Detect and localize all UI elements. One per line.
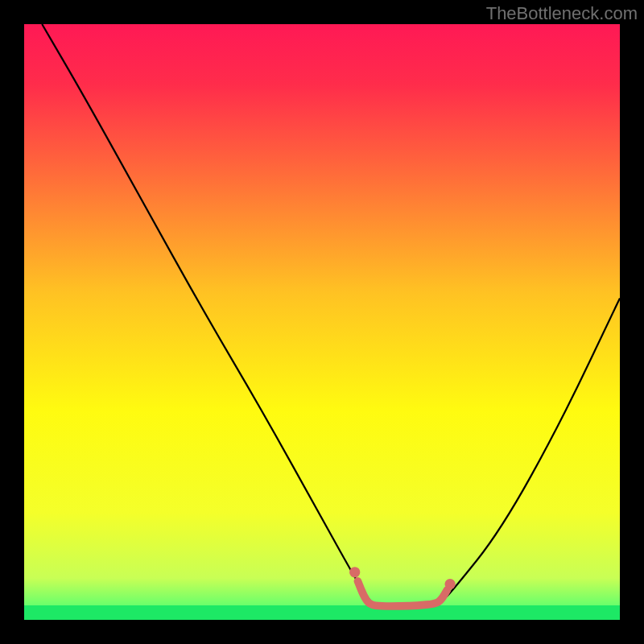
optimal-zone-dot-right <box>444 579 455 589</box>
watermark-text: TheBottleneck.com <box>486 3 638 24</box>
chart-plot-area <box>24 24 620 620</box>
chart-container: TheBottleneck.com <box>0 0 644 644</box>
chart-curve-layer <box>24 24 620 620</box>
optimal-zone-marker-line <box>357 581 447 606</box>
optimal-zone-dot-left <box>349 567 360 577</box>
bottleneck-curve-line <box>42 24 620 608</box>
